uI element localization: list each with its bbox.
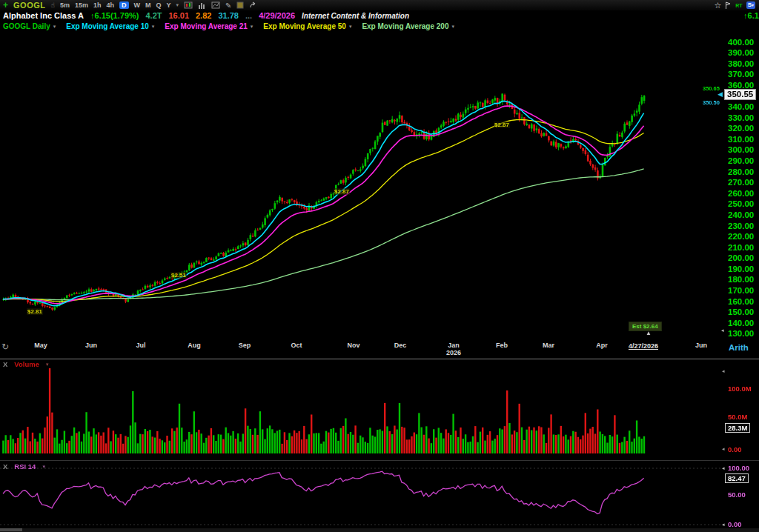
volume-title[interactable]: Volume xyxy=(14,360,39,368)
timeframe-button-1h[interactable]: 1h xyxy=(93,1,102,9)
price-axis-label: 130.00 xyxy=(728,329,754,339)
quote-bar: Alphabet Inc Class A ↑6.15(1.79%) 4.2T 1… xyxy=(0,10,759,21)
indicator-item-0[interactable]: GOOGL Daily▾ xyxy=(3,22,56,30)
toolbar-right-group: ☆ RT S▾ xyxy=(714,0,759,10)
industry-label: Internet Content & Information xyxy=(302,12,409,20)
indicator-item-3[interactable]: Exp Moving Average 50▾ xyxy=(263,22,351,30)
symbol-ticker[interactable]: GOOGL xyxy=(13,1,45,10)
time-axis[interactable]: MayJunJulAugSepOctNovDecJan2026FebMarApr… xyxy=(0,339,759,359)
indicator-caret-icon[interactable]: ▾ xyxy=(349,24,352,30)
volume-close-button[interactable]: X xyxy=(3,360,7,368)
timeframe-button-4h[interactable]: 4h xyxy=(107,1,115,9)
rsi-axis-label: 100.00 xyxy=(728,464,749,472)
price-change: ↑6.15(1.79%) xyxy=(90,11,139,20)
draw-tool-icon[interactable]: ✎ xyxy=(225,1,231,10)
trading-app-window: + GOOGL ☝ 5m15m1h4hDWMQY ▾ ✎ ☆ RT S▾ xyxy=(0,0,759,532)
indicator-label: Exp Moving Average 50 xyxy=(263,22,346,30)
timeframe-button-d[interactable]: D xyxy=(119,1,129,9)
flag-icon[interactable] xyxy=(725,1,732,10)
rsi-caret-icon[interactable]: ▾ xyxy=(42,464,45,470)
timeframe-button-w[interactable]: W xyxy=(134,1,141,9)
chart-layout-icon[interactable] xyxy=(211,1,220,9)
timeframe-group: 5m15m1h4hDWMQY xyxy=(60,1,171,9)
price-axis-label: 310.00 xyxy=(728,135,754,144)
earnings-label: $2.81 xyxy=(27,308,43,315)
indicator-item-4[interactable]: Exp Moving Average 200▾ xyxy=(362,22,454,30)
market-cap: 4.2T xyxy=(145,11,162,20)
scale-type-label[interactable]: Arith xyxy=(729,343,749,352)
bottom-scrollbar-thumb[interactable] xyxy=(0,528,22,531)
quote-stat: 31.78 xyxy=(218,11,239,20)
month-label: May xyxy=(34,342,47,349)
price-axis-label: 320.00 xyxy=(728,124,754,133)
volume-caret-icon[interactable]: ▾ xyxy=(46,362,49,368)
month-label: Jan2026 xyxy=(446,342,461,356)
rsi-close-button[interactable]: X xyxy=(3,462,7,471)
pe-ratio: 16.01 xyxy=(168,11,189,20)
rsi-max-marker-icon: ◂ xyxy=(722,465,725,471)
month-label: Jun xyxy=(695,342,707,349)
month-label: Dec xyxy=(394,342,407,349)
price-axis-label: 230.00 xyxy=(728,222,754,231)
earnings-date: 4/29/2026 xyxy=(259,11,295,20)
indicator-item-2[interactable]: Exp Moving Average 21▾ xyxy=(165,22,253,30)
indicator-label: Exp Moving Average 200 xyxy=(362,22,448,30)
volume-panel-header: X Volume ▾ xyxy=(3,360,48,368)
price-axis-label: 370.00 xyxy=(728,70,754,79)
timeframe-caret-icon[interactable]: ▾ xyxy=(176,2,179,8)
timeframe-button-m[interactable]: M xyxy=(145,1,151,9)
volume-chart[interactable] xyxy=(0,367,725,454)
price-chart[interactable] xyxy=(0,32,725,340)
realtime-badge: RT xyxy=(735,3,742,8)
share-icon[interactable] xyxy=(249,1,258,9)
price-axis-label: 180.00 xyxy=(728,275,754,285)
quote-ellipsis[interactable]: ... xyxy=(245,11,252,20)
earnings-marker-icon: ▲ xyxy=(646,330,652,336)
month-label: Apr xyxy=(596,342,608,349)
rsi-title[interactable]: RSI 14 xyxy=(14,462,36,471)
timeframe-button-y[interactable]: Y xyxy=(167,1,171,9)
stream-badge[interactable]: S▾ xyxy=(746,1,755,9)
timeframe-button-15m[interactable]: 15m xyxy=(75,1,88,9)
month-label: Mar xyxy=(543,342,554,349)
month-label: Sep xyxy=(239,342,251,349)
bottom-scrollbar-track[interactable] xyxy=(0,528,759,532)
rsi-chart[interactable] xyxy=(0,465,725,529)
month-label: Feb xyxy=(496,342,508,349)
volume-axis-label: 100.0M xyxy=(728,385,752,393)
low-marker-icon: ◂ xyxy=(721,327,724,333)
timeframe-button-5m[interactable]: 5m xyxy=(60,1,70,9)
month-label: Nov xyxy=(347,342,359,349)
price-axis-label: 250.00 xyxy=(728,199,754,209)
reset-zoom-icon[interactable]: ↻ xyxy=(1,342,9,352)
rsi-axis-label: 50.00 xyxy=(728,491,746,499)
price-axis-label: 380.00 xyxy=(728,59,754,69)
price-axis-label: 190.00 xyxy=(728,265,754,274)
price-axis-label: 330.00 xyxy=(728,113,754,123)
earnings-label: $2.87 xyxy=(334,188,350,195)
candlestick-chart-icon[interactable] xyxy=(184,1,193,9)
favorite-star-icon[interactable]: ☆ xyxy=(714,1,721,10)
last-price-tag: 350.55 xyxy=(724,89,756,100)
bar-chart-icon[interactable] xyxy=(198,1,206,9)
indicator-label: Exp Moving Average 10 xyxy=(66,22,149,30)
indicator-caret-icon[interactable]: ▾ xyxy=(251,24,253,30)
hand-icon[interactable]: ☝ xyxy=(50,1,54,9)
month-label: Jun xyxy=(85,342,97,349)
price-axis-label: 140.00 xyxy=(728,319,754,328)
earnings-label: $2.87 xyxy=(494,122,510,128)
price-axis-label: 240.00 xyxy=(728,210,754,220)
indicator-caret-icon[interactable]: ▾ xyxy=(152,24,155,30)
indicator-label: GOOGL Daily xyxy=(3,22,50,30)
volume-axis-label: 50.0M xyxy=(728,413,747,421)
price-axis-label: 200.00 xyxy=(728,253,754,263)
indicator-caret-icon[interactable]: ▾ xyxy=(451,24,454,30)
month-label: Oct xyxy=(291,342,302,349)
note-icon[interactable] xyxy=(236,1,244,9)
bid-label: 350.50 xyxy=(703,99,720,106)
indicator-caret-icon[interactable]: ▾ xyxy=(53,24,56,30)
indicator-item-1[interactable]: Exp Moving Average 10▾ xyxy=(66,22,154,30)
add-symbol-icon[interactable]: + xyxy=(3,0,8,10)
timeframe-button-q[interactable]: Q xyxy=(156,1,162,9)
volume-axis-label: 0.00 xyxy=(728,445,742,453)
